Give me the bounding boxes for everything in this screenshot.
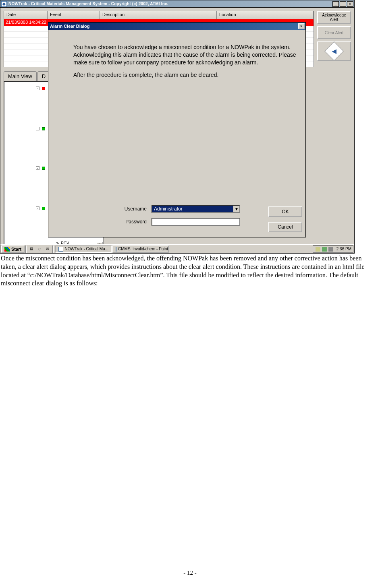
dialog-title: Alarm Clear Dialog [49,24,298,29]
system-tray: 2:36 PM [313,246,353,253]
username-value: Administrator [154,206,183,212]
dialog-paragraph-2: After the procedure is complete, the ala… [73,71,299,79]
side-button-panel: Acknowledge Alert Clear Alert ◀ [317,11,351,61]
quick-launch-outlook-icon[interactable]: ✉ [44,246,51,252]
collapse-icon[interactable]: - [36,87,39,90]
tab-main-view-label: Main View [8,73,32,79]
taskbar-separator [52,246,54,253]
tray-icon[interactable] [328,247,333,252]
col-date[interactable]: Date [4,11,48,19]
quick-launch-desktop-icon[interactable]: 🖥 [28,246,35,252]
status-dot-green-icon [42,207,45,210]
tree-node[interactable]: - [36,87,45,90]
close-button[interactable]: × [347,1,353,7]
cancel-button[interactable]: Cancel [268,222,302,232]
diamond-logo-icon: ◀ [324,41,344,61]
app-icon [58,247,63,252]
acknowledge-alert-button[interactable]: Acknowledge Alert [317,11,351,24]
document-paragraph: Once the misconnect condition has been a… [0,254,378,288]
paint-icon [116,247,116,252]
col-description[interactable]: Description [100,11,217,19]
alarm-clear-dialog: Alarm Clear Dialog × You have chosen to … [48,22,306,237]
maximize-button[interactable]: □ [340,1,346,7]
cancel-button-label: Cancel [278,224,293,230]
username-select[interactable]: Administrator ▾ [152,205,240,213]
clear-alert-label: Clear Alert [325,31,344,35]
password-label: Password [107,219,152,225]
dialog-close-button[interactable]: × [298,23,305,29]
col-location[interactable]: Location [217,11,314,19]
username-label: Username [107,206,152,212]
status-dot-green-icon [42,167,45,170]
tab-second-label: D [42,73,46,79]
taskbar: Start 🖥 e ✉ NOWTrak - Critical Ma... CMM… [0,244,354,253]
taskbar-item-nowtrak[interactable]: NOWTrak - Critical Ma... [55,246,112,253]
dialog-body: You have chosen to acknowledge a misconn… [51,31,303,235]
tree-node[interactable]: - [36,127,45,130]
taskbar-item-paint[interactable]: CMMS_invalid-chem - Paint [112,246,169,253]
acknowledge-alert-label: Acknowledge Alert [319,13,349,22]
screenshot-container: ◆ NOWTrak - Critical Materials Managemen… [0,0,355,254]
clear-alert-button: Clear Alert [317,26,351,39]
app-titlebar: ◆ NOWTrak - Critical Materials Managemen… [0,0,354,8]
collapse-icon[interactable]: - [36,166,39,170]
collapse-icon[interactable]: - [36,127,39,130]
col-event[interactable]: Event [48,11,100,19]
taskbar-separator [25,246,27,253]
tree-node[interactable]: - [36,166,45,170]
quick-launch-ie-icon[interactable]: e [36,246,43,252]
company-logo-button[interactable]: ◀ [317,41,351,61]
start-button[interactable]: Start [1,246,25,253]
app-logo-icon: ◆ [1,1,7,7]
tray-icon[interactable] [322,247,327,252]
tray-icon[interactable] [316,247,320,252]
tab-main-view[interactable]: Main View [4,71,37,81]
clock: 2:36 PM [336,247,351,251]
tree-node[interactable]: - [36,206,45,210]
ok-button[interactable]: OK [268,206,302,217]
minimize-button[interactable]: _ [332,1,339,7]
taskbar-item-label: CMMS_invalid-chem - Paint [118,247,168,251]
dropdown-arrow-icon[interactable]: ▾ [233,206,239,212]
collapse-icon[interactable]: - [36,206,39,210]
windows-flag-icon [4,247,10,252]
alert-cell-date: 21/03/2003 14:34:22 [4,19,48,26]
dialog-buttons: OK Cancel [268,206,302,232]
ok-button-label: OK [282,209,289,215]
dialog-text: You have chosen to acknowledge a misconn… [73,43,299,84]
password-input[interactable] [152,218,240,226]
taskbar-item-label: NOWTrak - Critical Ma... [65,247,109,251]
page-number: - 12 - [0,569,380,576]
tabs: Main View D [4,71,51,81]
status-dot-green-icon [42,127,45,130]
start-label: Start [11,247,21,252]
alert-table-header: Date Event Description Location [4,11,314,19]
dialog-paragraph-1: You have chosen to acknowledge a misconn… [73,43,299,66]
app-title: NOWTrak - Critical Materials Management … [8,2,332,6]
status-dot-red-icon [42,87,45,90]
dialog-titlebar: Alarm Clear Dialog × [48,23,305,30]
